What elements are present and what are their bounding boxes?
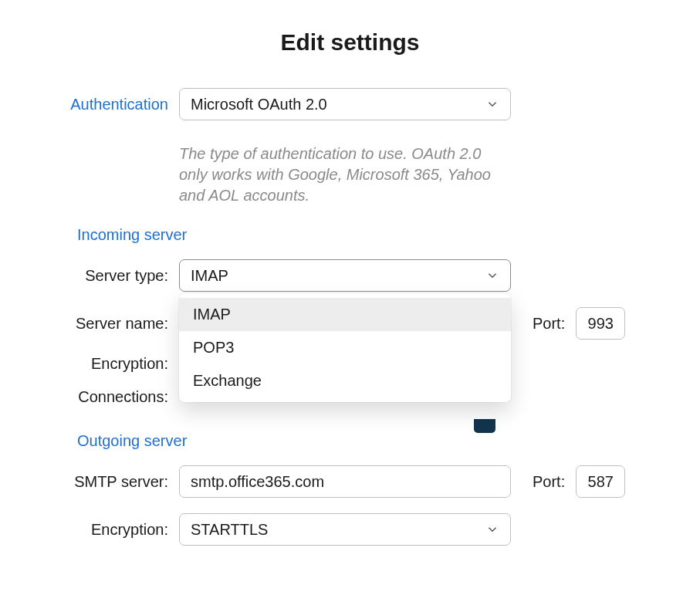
authentication-label[interactable]: Authentication (39, 96, 179, 113)
server-type-value: IMAP (191, 267, 228, 285)
outgoing-port-input[interactable] (576, 465, 625, 498)
incoming-encryption-label: Encryption: (39, 355, 179, 373)
server-type-option-pop3[interactable]: POP3 (179, 331, 511, 364)
connections-label: Connections: (39, 388, 179, 406)
server-type-label: Server type: (39, 267, 179, 285)
server-name-label: Server name: (39, 315, 179, 333)
chevron-down-icon (485, 522, 499, 536)
connections-stepper-bottom[interactable] (474, 419, 495, 433)
smtp-server-input[interactable] (179, 465, 511, 498)
chevron-down-icon (485, 97, 499, 111)
server-type-select[interactable]: IMAP (179, 259, 511, 292)
authentication-hint: The type of authentication to use. OAuth… (179, 144, 511, 206)
outgoing-encryption-label: Encryption: (39, 521, 179, 539)
incoming-port-label: Port: (533, 315, 565, 333)
authentication-select[interactable]: Microsoft OAuth 2.0 (179, 88, 511, 120)
smtp-server-label: SMTP server: (39, 473, 179, 491)
outgoing-encryption-value: STARTTLS (191, 521, 268, 539)
authentication-value: Microsoft OAuth 2.0 (191, 96, 327, 113)
incoming-port-input[interactable] (576, 307, 625, 340)
incoming-server-header: Incoming server (77, 226, 661, 244)
chevron-down-icon (485, 269, 499, 282)
server-type-option-imap[interactable]: IMAP (179, 298, 511, 331)
outgoing-port-label: Port: (533, 473, 565, 491)
outgoing-server-header: Outgoing server (77, 432, 661, 450)
page-title: Edit settings (39, 29, 661, 56)
server-type-dropdown[interactable]: IMAP POP3 Exchange (179, 293, 511, 402)
outgoing-encryption-select[interactable]: STARTTLS (179, 513, 511, 546)
server-type-option-exchange[interactable]: Exchange (179, 364, 511, 397)
